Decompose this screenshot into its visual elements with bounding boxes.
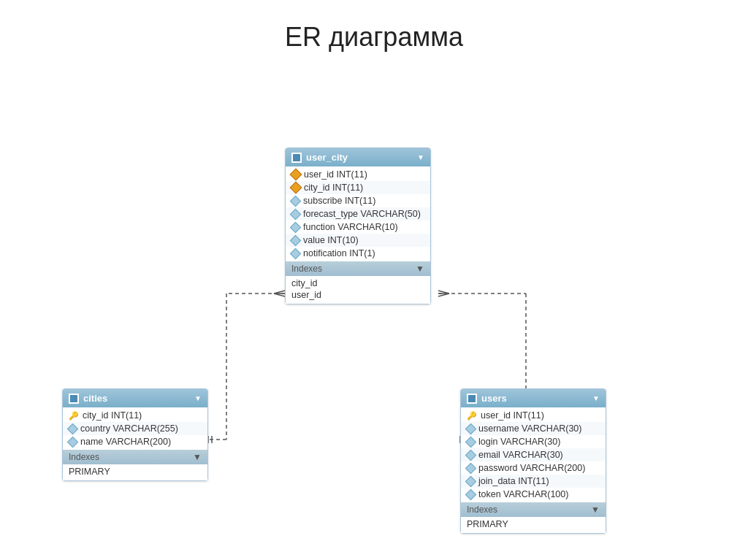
dropdown-arrow[interactable]: ▼ (417, 153, 424, 161)
indexes-label: Indexes (467, 505, 497, 515)
field-text: user_id INT(11) (304, 169, 367, 180)
field-subscribe: subscribe INT(11) (286, 194, 430, 207)
field-function: function VARCHAR(10) (286, 220, 430, 234)
table-users-name: users (481, 393, 507, 404)
svg-line-12 (438, 294, 449, 296)
index-primary: PRIMARY (467, 518, 600, 530)
table-cities-header: cities ▼ (63, 389, 207, 407)
table-users-indexes-body: PRIMARY (461, 517, 606, 533)
field-icon (465, 436, 477, 448)
table-user-city-header: user_city ▼ (286, 148, 430, 166)
field-user-id: user_id INT(11) (286, 168, 430, 181)
field-email: email VARCHAR(30) (461, 448, 606, 461)
field-icon (465, 423, 477, 434)
field-text: forecast_type VARCHAR(50) (303, 209, 421, 219)
indexes-label: Indexes (69, 452, 99, 462)
table-cities-body: 🔑 city_id INT(11) country VARCHAR(255) n… (63, 407, 207, 450)
field-icon (67, 423, 79, 434)
field-name: name VARCHAR(200) (63, 435, 207, 448)
field-text: join_data INT(11) (478, 476, 549, 486)
field-icon (290, 208, 302, 220)
field-text: user_id INT(11) (481, 410, 544, 421)
field-password: password VARCHAR(200) (461, 461, 606, 475)
field-text: username VARCHAR(30) (478, 423, 581, 434)
key-icon: 🔑 (69, 411, 79, 421)
field-icon (465, 488, 477, 500)
table-icon (69, 394, 79, 404)
field-icon (290, 234, 302, 246)
svg-line-11 (438, 291, 449, 294)
svg-line-3 (274, 291, 285, 294)
field-login: login VARCHAR(30) (461, 435, 606, 448)
indexes-arrow: ▼ (193, 452, 202, 462)
diagram-area: user_city ▼ user_id INT(11) city_id INT(… (0, 67, 748, 560)
svg-line-4 (274, 294, 285, 296)
field-user-id: 🔑 user_id INT(11) (461, 409, 606, 422)
index-city-id: city_id (291, 277, 424, 289)
field-country: country VARCHAR(255) (63, 422, 207, 435)
key-icon: 🔑 (467, 411, 477, 421)
table-icon (467, 394, 477, 404)
dropdown-arrow[interactable]: ▼ (592, 394, 600, 402)
pk-icon (290, 169, 302, 181)
field-icon (290, 248, 302, 259)
field-city-id: city_id INT(11) (286, 181, 430, 194)
field-text: function VARCHAR(10) (303, 222, 398, 232)
field-text: token VARCHAR(100) (478, 489, 568, 499)
field-city-id: 🔑 city_id INT(11) (63, 409, 207, 422)
indexes-arrow: ▼ (416, 264, 424, 274)
table-users: users ▼ 🔑 user_id INT(11) username VARCH… (460, 388, 606, 534)
table-cities: cities ▼ 🔑 city_id INT(11) country VARCH… (62, 388, 208, 481)
table-user-city-indexes-body: city_id user_id (286, 276, 430, 304)
table-cities-name: cities (83, 393, 107, 404)
table-user-city-indexes-header: Indexes ▼ (286, 261, 430, 276)
indexes-label: Indexes (291, 264, 322, 274)
field-text: value INT(10) (303, 235, 359, 245)
field-icon (67, 436, 79, 448)
table-cities-indexes-header: Indexes ▼ (63, 450, 207, 464)
field-text: notification INT(1) (303, 248, 375, 258)
field-icon (465, 475, 477, 487)
field-text: name VARCHAR(200) (80, 437, 171, 447)
table-cities-indexes-body: PRIMARY (63, 464, 207, 480)
field-notification: notification INT(1) (286, 247, 430, 260)
field-text: password VARCHAR(200) (478, 463, 585, 473)
table-user-city: user_city ▼ user_id INT(11) city_id INT(… (285, 147, 431, 304)
table-users-body: 🔑 user_id INT(11) username VARCHAR(30) l… (461, 407, 606, 502)
page-title: ER диаграмма (0, 0, 748, 67)
dropdown-arrow[interactable]: ▼ (194, 394, 202, 402)
table-icon (291, 153, 302, 163)
field-text: email VARCHAR(30) (478, 450, 563, 460)
field-text: city_id INT(11) (83, 410, 142, 421)
connector-lines (0, 67, 748, 560)
field-icon (465, 449, 477, 461)
field-username: username VARCHAR(30) (461, 422, 606, 435)
field-join-data: join_data INT(11) (461, 475, 606, 488)
field-icon (290, 195, 302, 207)
table-user-city-name: user_city (306, 152, 348, 163)
table-user-city-body: user_id INT(11) city_id INT(11) subscrib… (286, 166, 430, 261)
field-token: token VARCHAR(100) (461, 488, 606, 501)
table-users-indexes-header: Indexes ▼ (461, 502, 606, 517)
indexes-arrow: ▼ (591, 505, 600, 515)
field-icon (465, 462, 477, 474)
field-forecast-type: forecast_type VARCHAR(50) (286, 207, 430, 220)
field-value: value INT(10) (286, 234, 430, 247)
field-text: city_id INT(11) (304, 183, 363, 193)
field-text: login VARCHAR(30) (478, 437, 560, 447)
field-icon (290, 221, 302, 233)
field-text: country VARCHAR(255) (80, 423, 178, 434)
field-text: subscribe INT(11) (303, 196, 375, 206)
table-users-header: users ▼ (461, 389, 606, 407)
index-user-id: user_id (291, 289, 424, 301)
pk-icon (290, 182, 302, 194)
index-primary: PRIMARY (69, 466, 202, 477)
